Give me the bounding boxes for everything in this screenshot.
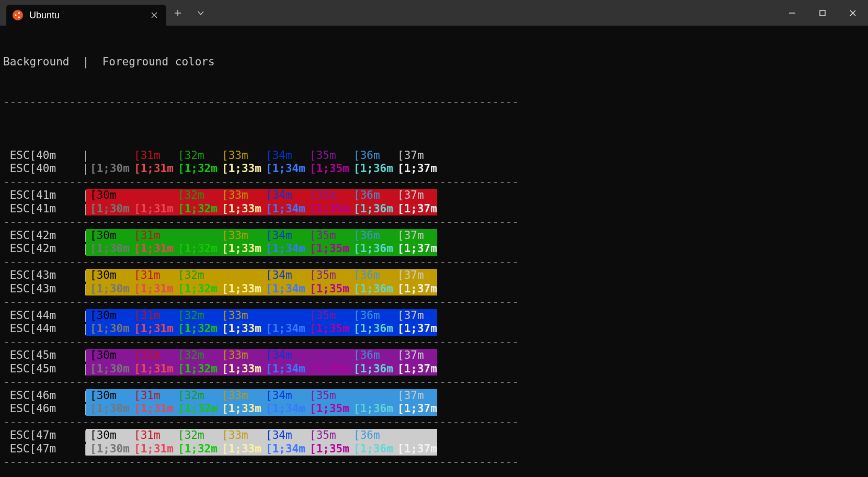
row-label: ESC[40m | <box>3 162 86 176</box>
color-cell: [1;36m <box>349 162 393 176</box>
color-cell: [36m <box>349 349 393 362</box>
color-cell: [1;33m <box>218 242 261 256</box>
color-cell: [1;37m <box>393 442 437 456</box>
color-cell: [1;36m <box>349 402 393 416</box>
color-cell <box>218 269 261 282</box>
color-cell: [32m <box>174 189 218 202</box>
color-cell: [30m <box>86 349 130 362</box>
color-cell <box>261 309 305 323</box>
color-cell: [33m <box>218 189 261 202</box>
window-maximize-button[interactable] <box>807 0 838 26</box>
color-cell: [31m <box>130 149 174 163</box>
color-cell: [34m <box>261 389 305 403</box>
window-minimize-button[interactable] <box>777 0 807 26</box>
color-cell: [37m <box>393 349 437 362</box>
header-bg-label: Background <box>3 55 69 69</box>
row-label: ESC[45m | <box>3 362 86 376</box>
color-cell: [1;30m <box>86 162 130 176</box>
color-cell: [1;35m <box>305 362 349 376</box>
color-row: ESC[40m | [31m[32m[33m[34m[35m[36m[37m <box>3 149 865 163</box>
color-cell: [32m <box>174 429 218 442</box>
color-row: ESC[43m | [1;30m[1;31m[1;32m[1;33m[1;34m… <box>3 282 865 296</box>
color-cell: [1;31m <box>130 282 174 296</box>
color-cell: [37m <box>393 269 437 282</box>
color-cell: [1;33m <box>218 442 261 456</box>
color-row: ESC[44m | [30m[31m[32m[33m[35m[36m[37m <box>3 309 865 323</box>
row-label: ESC[44m | <box>3 309 86 323</box>
window-close-button[interactable] <box>838 0 868 26</box>
row-label: ESC[46m | <box>3 389 86 403</box>
color-cell: [32m <box>174 349 218 362</box>
separator: ----------------------------------------… <box>3 376 865 389</box>
color-cell: [1;32m <box>174 322 218 336</box>
color-cell: [36m <box>349 309 393 323</box>
color-cell: [1;33m <box>218 402 261 416</box>
row-label: ESC[42m | <box>3 229 86 243</box>
new-tab-button[interactable] <box>166 0 189 26</box>
terminal-output[interactable]: Background | Foreground colors ---------… <box>0 26 868 477</box>
color-cell <box>174 229 218 243</box>
separator: ----------------------------------------… <box>3 296 865 309</box>
color-row: ESC[43m | [30m[31m[32m[34m[35m[36m[37m <box>3 269 865 282</box>
color-cell: [33m <box>218 429 261 442</box>
color-cell: [33m <box>218 309 261 323</box>
color-cell: [34m <box>261 189 305 202</box>
color-cell: [1;33m <box>218 322 261 336</box>
tab-close-button[interactable] <box>150 10 159 20</box>
color-cell: [1;37m <box>393 282 437 296</box>
color-bar: [1;30m[1;31m[1;32m[1;33m[1;34m[1;35m[1;3… <box>86 322 437 336</box>
separator: ----------------------------------------… <box>3 176 865 189</box>
row-label: ESC[41m | <box>3 189 86 202</box>
color-cell: [1;33m <box>218 202 261 216</box>
header-row: Background | Foreground colors <box>3 55 865 69</box>
color-cell: [1;30m <box>86 402 130 416</box>
color-cell: [1;30m <box>86 362 130 376</box>
row-label: ESC[42m | <box>3 242 86 256</box>
color-row: ESC[47m | [30m[31m[32m[33m[34m[35m[36m <box>3 429 865 442</box>
header-fg-label: Foreground colors <box>102 55 215 69</box>
separator: ----------------------------------------… <box>3 96 865 109</box>
color-cell: [1;31m <box>130 442 174 456</box>
color-cell: [1;32m <box>174 242 218 256</box>
color-cell: [1;35m <box>305 402 349 416</box>
color-cell: [1;32m <box>174 282 218 296</box>
color-cell: [1;35m <box>305 282 349 296</box>
color-cell: [31m <box>130 269 174 282</box>
color-cell: [1;35m <box>305 242 349 256</box>
color-cell: [35m <box>305 309 349 323</box>
color-cell: [1;36m <box>349 322 393 336</box>
tab-dropdown-button[interactable] <box>189 0 212 26</box>
color-cell: [1;37m <box>393 402 437 416</box>
svg-point-2 <box>18 16 20 18</box>
color-row: ESC[45m | [1;30m[1;31m[1;32m[1;33m[1;34m… <box>3 362 865 376</box>
ubuntu-icon <box>13 10 23 20</box>
color-cell: [1;34m <box>261 362 305 376</box>
color-row: ESC[46m | [1;30m[1;31m[1;32m[1;33m[1;34m… <box>3 402 865 416</box>
color-cell: [1;30m <box>86 282 130 296</box>
color-bar: [30m[31m[32m[33m[34m[36m[37m <box>86 349 437 362</box>
row-label: ESC[40m | <box>3 149 86 163</box>
tab-ubuntu[interactable]: Ubuntu <box>6 5 166 26</box>
color-table: ESC[40m | [31m[32m[33m[34m[35m[36m[37m E… <box>3 149 865 469</box>
color-cell: [1;36m <box>349 202 393 216</box>
color-cell: [36m <box>349 229 393 243</box>
color-cell: [1;31m <box>130 402 174 416</box>
color-row: ESC[41m | [1;30m[1;31m[1;32m[1;33m[1;34m… <box>3 202 865 216</box>
color-cell: [1;30m <box>86 202 130 216</box>
color-cell: [1;37m <box>393 162 437 176</box>
color-cell: [30m <box>86 229 130 243</box>
row-label: ESC[41m | <box>3 202 86 216</box>
color-cell: [35m <box>305 429 349 442</box>
color-cell: [1;32m <box>174 402 218 416</box>
color-cell: [1;33m <box>218 282 261 296</box>
color-cell: [1;32m <box>174 202 218 216</box>
color-cell: [34m <box>261 229 305 243</box>
color-cell <box>130 189 174 202</box>
color-cell: [1;31m <box>130 162 174 176</box>
color-cell: [1;35m <box>305 162 349 176</box>
svg-point-1 <box>18 12 20 14</box>
color-cell: [37m <box>393 149 437 163</box>
color-row: ESC[45m | [30m[31m[32m[33m[34m[36m[37m <box>3 349 865 362</box>
color-bar: [30m[31m[32m[34m[35m[36m[37m <box>86 269 437 282</box>
color-cell: [33m <box>218 349 261 362</box>
